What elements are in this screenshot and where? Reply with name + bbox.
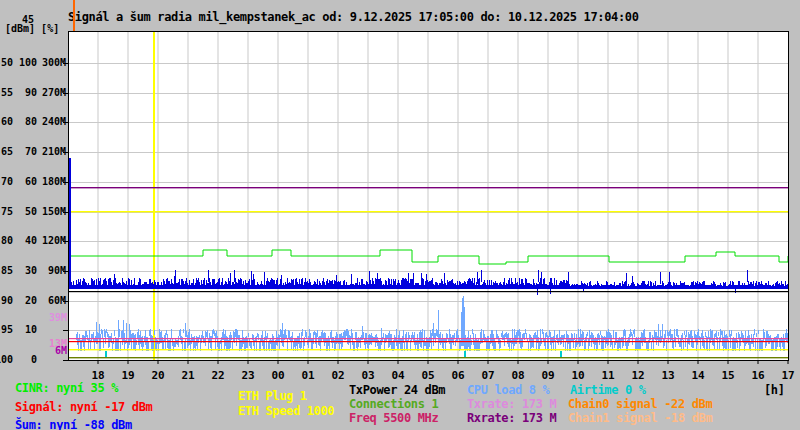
noise-col [708,285,709,289]
noise-col [131,280,132,289]
noise-col [515,278,516,289]
rate-col [532,339,533,347]
noise-col [313,284,314,289]
noise-col [597,281,598,289]
rate-col [137,332,138,338]
grid-hline [69,301,788,302]
grid-vline [278,32,279,360]
y-axis-value: 100 [13,58,37,68]
noise-col [676,283,677,289]
noise-col [300,284,301,289]
noise-col [382,285,383,289]
noise-col [191,283,192,289]
noise-col [491,280,492,289]
rate-col [456,331,457,342]
grid-vline [608,32,609,360]
noise-col [319,281,320,289]
noise-col [661,285,662,289]
noise-col [579,285,580,289]
noise-col [263,285,264,289]
noise-col [146,282,147,289]
noise-col [269,282,270,289]
noise-col [784,286,785,289]
noise-col [417,283,418,289]
noise-col [642,281,643,289]
x-tick [128,361,129,364]
rate-col [283,334,284,347]
noise-spike [444,273,445,285]
rate-col [130,330,131,341]
noise-col [528,283,529,289]
noise-col [754,286,755,289]
noise-col [496,283,497,289]
rate-col [664,334,665,346]
rate-col [769,336,770,344]
y-tick [63,360,68,361]
noise-col [681,283,682,289]
noise-col [519,278,520,289]
rate-col [553,336,554,349]
noise-col [703,281,704,289]
noise-col [629,286,630,289]
noise-col [489,280,490,289]
rate-left-peak-col [123,320,124,336]
noise-col [613,285,614,289]
noise-col [547,285,548,289]
noise-col [697,281,698,289]
noise-col [419,285,420,289]
noise-col [516,283,517,289]
noise-col [368,284,369,289]
noise-col [185,281,186,289]
legend-item-connections: Connections 1 [349,398,438,410]
noise-col [167,278,168,289]
noise-col [100,278,101,289]
noise-col [149,279,150,289]
noise-col [217,282,218,289]
noise-col [468,279,469,289]
noise-col [366,281,367,289]
rate-col [312,338,313,349]
noise-col [713,281,714,289]
noise-col [534,283,535,289]
x-tick [578,361,579,364]
noise-col [688,285,689,289]
noise-col [137,285,138,289]
noise-col [430,281,431,289]
noise-col [161,282,162,289]
noise-col [463,283,464,289]
noise-col [783,284,784,289]
noise-col [197,280,198,289]
rate-col [600,331,601,335]
noise-col [595,284,596,289]
noise-col [664,286,665,289]
noise-col [89,285,90,289]
noise-col [343,281,344,289]
rate-col [742,333,743,342]
noise-col [461,284,462,289]
noise-spike [336,275,337,287]
rate-col [87,335,88,340]
noise-col [83,278,84,289]
rate-col [748,330,749,345]
noise-col [422,278,423,289]
noise-col [325,285,326,289]
noise-col [231,285,232,289]
noise-col [675,285,676,289]
noise-col [277,278,278,289]
noise-col [286,284,287,289]
noise-col [508,280,509,289]
y-axis-value: -70 [0,177,13,187]
noise-col [728,285,729,289]
rate-col [350,336,351,349]
noise-col [328,283,329,289]
noise-col [170,284,171,289]
noise-col [406,279,407,289]
noise-col [785,281,786,289]
rate-col [694,331,695,338]
noise-col [312,285,313,289]
noise-col [376,279,377,289]
rate-col [230,332,231,348]
noise-col [488,285,489,289]
rate-col [212,330,213,338]
rate-col [753,334,754,347]
